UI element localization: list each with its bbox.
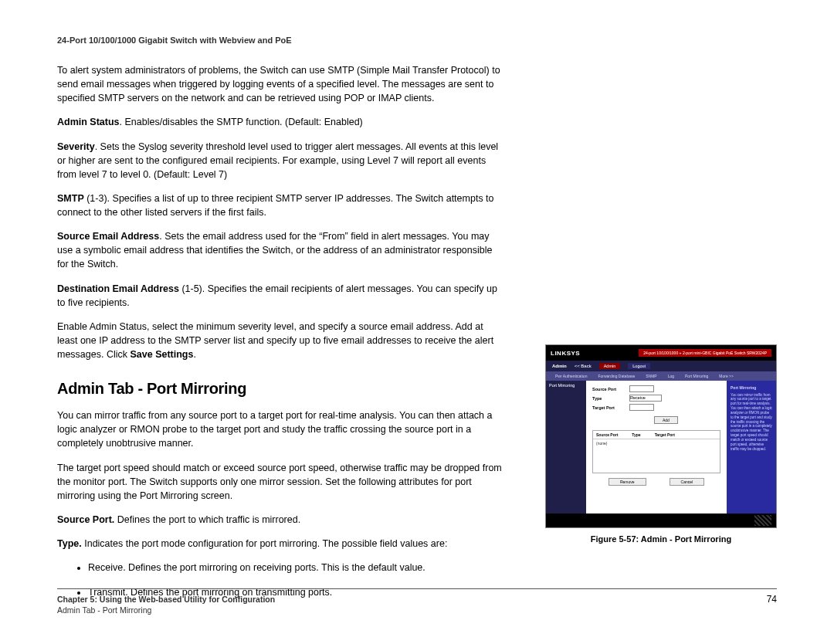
param-source-email: Source Email Address. Sets the email add… bbox=[57, 229, 505, 271]
ss-nav2-item[interactable]: SNMP bbox=[646, 374, 656, 378]
enable-note: Enable Admin Status, select the minimum … bbox=[57, 320, 505, 361]
page-number: 74 bbox=[767, 594, 777, 605]
ss-help-body: You can mirror traffic from any source p… bbox=[731, 393, 772, 452]
figure-caption: Figure 5-57: Admin - Port Mirroring bbox=[545, 534, 777, 544]
param-label: Admin Status bbox=[57, 117, 120, 127]
param-label: Source Email Address bbox=[57, 231, 159, 242]
ss-tab-logout[interactable]: Logout bbox=[628, 363, 650, 369]
ss-titlebar: LINKSYS 24-port 10/100/1000 + 2-port min… bbox=[546, 345, 776, 361]
ss-nav2-item[interactable]: Pwr Authentication bbox=[555, 374, 587, 378]
ss-help-panel: Port Mirroring You can mirror traffic fr… bbox=[727, 381, 776, 514]
param-admin-status: Admin Status. Enables/disables the SMTP … bbox=[57, 115, 505, 129]
ss-nav2-item[interactable]: Log bbox=[668, 374, 674, 378]
intro-paragraph: To alert system administrators of proble… bbox=[57, 63, 505, 105]
ss-nav2-item[interactable]: Forwarding Database bbox=[598, 374, 635, 378]
ss-row-target-port: Target Port bbox=[592, 404, 720, 411]
bullet-text: Defines the port mirroring on receiving … bbox=[126, 562, 425, 573]
param-text: Defines the port to which traffic is mir… bbox=[114, 514, 300, 525]
ss-cancel-button[interactable]: Cancel bbox=[670, 478, 705, 486]
param-label: Destination Email Address bbox=[57, 283, 179, 294]
ss-main-area: Port Mirroring Source Port Type Receive … bbox=[546, 381, 776, 514]
ss-table-header: Source Port Type Target Port bbox=[593, 431, 720, 439]
param-label: Severity bbox=[57, 141, 95, 152]
ss-row-source-port: Source Port bbox=[592, 385, 720, 392]
param-text: Indicates the port mode configuration fo… bbox=[82, 538, 448, 549]
ss-th: Type bbox=[632, 432, 640, 437]
ss-model-banner: 24-port 10/100/1000 + 2-port mini-GBIC G… bbox=[639, 349, 771, 357]
product-header: 24-Port 10/100/1000 Gigabit Switch with … bbox=[57, 36, 777, 45]
ss-tab-admin[interactable]: Admin bbox=[599, 363, 621, 369]
ss-section-label: Port Mirroring bbox=[546, 381, 586, 514]
param-text: . Sets the Syslog severity threshold lev… bbox=[57, 141, 498, 180]
ss-add-button[interactable]: Add bbox=[654, 416, 678, 424]
ss-table-body: (none) bbox=[593, 439, 720, 447]
param-smtp: SMTP (1-3). Specifies a list of up to th… bbox=[57, 192, 505, 219]
source-port-def: Source Port. Defines the port to which t… bbox=[57, 513, 505, 527]
ss-nav-back[interactable]: << Back bbox=[575, 364, 592, 368]
enable-note-a: Enable Admin Status, select the minimum … bbox=[57, 321, 493, 360]
param-text: . Enables/disables the SMTP function. (D… bbox=[120, 117, 363, 127]
enable-note-b: Save Settings bbox=[130, 349, 193, 360]
param-label: Type. bbox=[57, 538, 82, 549]
ss-button-row: Remove Cancel bbox=[592, 478, 720, 486]
ss-form-area: Source Port Type Receive Target Port Add bbox=[586, 381, 727, 514]
ss-target-port-select[interactable] bbox=[629, 404, 654, 411]
type-intro: Type. Indicates the port mode configurat… bbox=[57, 537, 505, 551]
footer-section: Admin Tab - Port Mirroring bbox=[57, 605, 275, 616]
param-label: SMTP bbox=[57, 193, 84, 204]
ss-help-title: Port Mirroring bbox=[731, 385, 772, 391]
ss-secondary-nav: Pwr Authentication Forwarding Database S… bbox=[546, 371, 776, 381]
ss-remove-button[interactable]: Remove bbox=[609, 478, 646, 486]
section-p1: You can mirror traffic from any source p… bbox=[57, 408, 505, 450]
param-severity: Severity. Sets the Syslog severity thres… bbox=[57, 140, 505, 181]
param-text: (1-3). Specifies a list of up to three r… bbox=[57, 193, 494, 218]
ss-primary-nav: Admin << Back Admin Logout bbox=[546, 361, 776, 371]
page-footer: Chapter 5: Using the Web-based Utility f… bbox=[57, 588, 777, 616]
bullet-receive: Receive. Defines the port mirroring on r… bbox=[88, 561, 505, 575]
bullet-label: Receive. bbox=[88, 562, 126, 573]
section-p2: The target port speed should match or ex… bbox=[57, 461, 505, 503]
param-dest-email: Destination Email Address (1-5). Specifi… bbox=[57, 282, 505, 310]
ss-row-type: Type Receive bbox=[592, 395, 720, 402]
enable-note-c: . bbox=[193, 349, 195, 360]
ss-label: Target Port bbox=[592, 405, 625, 410]
ss-label: Type bbox=[592, 396, 625, 401]
ss-nav2-item[interactable]: More >> bbox=[719, 374, 734, 378]
cisco-wave-icon bbox=[754, 515, 771, 526]
ss-type-select[interactable]: Receive bbox=[629, 395, 662, 402]
ss-label: Source Port bbox=[592, 387, 625, 391]
screenshot-port-mirroring: LINKSYS 24-port 10/100/1000 + 2-port min… bbox=[545, 344, 777, 528]
param-label: Source Port. bbox=[57, 514, 114, 525]
ss-source-port-select[interactable] bbox=[629, 385, 654, 392]
figure-container: LINKSYS 24-port 10/100/1000 + 2-port min… bbox=[545, 344, 777, 544]
ss-th: Target Port bbox=[655, 432, 675, 437]
ss-mirror-table: Source Port Type Target Port (none) bbox=[592, 430, 720, 473]
ss-nav-admin-label: Admin bbox=[552, 364, 567, 368]
linksys-logo: LINKSYS bbox=[551, 350, 580, 357]
ss-nav2-item[interactable]: Port Mirroring bbox=[685, 374, 708, 378]
ss-footer-bar bbox=[546, 514, 776, 527]
ss-th: Source Port bbox=[596, 432, 618, 437]
footer-chapter: Chapter 5: Using the Web-based Utility f… bbox=[57, 594, 275, 605]
